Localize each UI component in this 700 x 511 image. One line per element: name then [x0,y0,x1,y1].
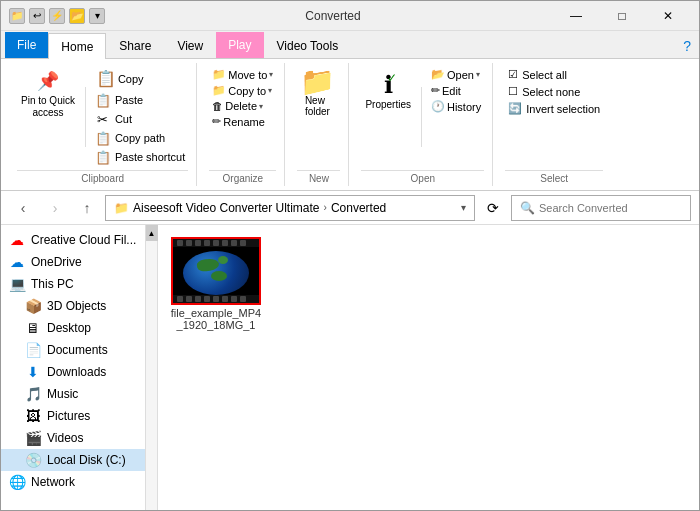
delete-button[interactable]: 🗑 Delete ▾ [209,99,276,113]
edit-icon: ✏ [431,84,440,97]
ribbon: File Home Share View Play Video Tools ? … [1,31,699,191]
tab-view[interactable]: View [164,32,216,58]
select-all-button[interactable]: ☑ Select all [505,67,603,82]
breadcrumb-current: Converted [331,201,386,215]
pin-quick-access-button[interactable]: 📌 Pin to Quickaccess [17,67,79,121]
film-hole [213,240,219,246]
desktop-icon: 🖥 [25,320,41,336]
videos-icon: 🎬 [25,430,41,446]
cut-button[interactable]: ✂ Cut [92,110,188,128]
up-button[interactable]: ↑ [73,194,101,222]
copy-label: Copy [118,73,144,85]
sidebar-item-music[interactable]: 🎵 Music [1,383,145,405]
copy-path-button[interactable]: 📋 Copy path [92,129,188,147]
help-icon[interactable]: ? [679,34,695,58]
paste-shortcut-icon: 📋 [95,149,111,165]
search-input[interactable] [539,202,669,214]
sidebar-item-label: 3D Objects [47,299,106,313]
edit-button[interactable]: ✏ Edit [428,83,484,98]
main-area: ☁ Creative Cloud Fil... ☁ OneDrive 💻 Thi… [1,225,699,511]
sidebar-item-label: Creative Cloud Fil... [31,233,136,247]
tab-home[interactable]: Home [48,33,106,59]
pin-icon: 📌 [36,69,60,93]
copy-button[interactable]: 📋 Copy [92,67,188,90]
film-content [173,239,259,303]
sidebar-item-label: Documents [47,343,108,357]
tab-video-tools[interactable]: Video Tools [264,32,352,58]
invert-selection-button[interactable]: 🔄 Invert selection [505,101,603,116]
close-button[interactable]: ✕ [645,1,691,31]
sidebar-item-label: Network [31,475,75,489]
open-group: ℹ ✓ Properties 📂 Open ▾ ✏ Edit [353,63,493,186]
film-hole [213,296,219,302]
open-icon: 📂 [431,68,445,81]
select-label: Select [505,170,603,184]
film-hole [195,296,201,302]
copy-icon: 📋 [96,69,116,88]
paste-shortcut-button[interactable]: 📋 Paste shortcut [92,148,188,166]
forward-button[interactable]: › [41,194,69,222]
sidebar-item-this-pc[interactable]: 💻 This PC [1,273,145,295]
window-title: Converted [113,9,553,23]
paste-button[interactable]: 📋 Paste [92,91,188,109]
earth-visual [183,251,249,295]
sidebar-item-label: Pictures [47,409,90,423]
quick-access-icon: 📁 [9,8,25,24]
new-folder-button[interactable]: 📁 Newfolder [297,67,337,119]
refresh-button[interactable]: ⟳ [479,194,507,222]
clipboard-label: Clipboard [17,170,188,184]
sidebar-item-onedrive[interactable]: ☁ OneDrive [1,251,145,273]
properties-button[interactable]: ℹ ✓ Properties [361,67,415,114]
window-controls[interactable]: — □ ✕ [553,1,691,31]
sidebar-item-pictures[interactable]: 🖼 Pictures [1,405,145,427]
path-dropdown-arrow[interactable]: ▾ [461,202,466,213]
select-all-label: Select all [522,69,567,81]
sep2 [421,87,422,147]
select-group: ☑ Select all ☐ Select none 🔄 Invert sele… [497,63,611,186]
sidebar-item-creative-cloud[interactable]: ☁ Creative Cloud Fil... [1,229,145,251]
open-label: Open [447,69,474,81]
tab-file[interactable]: File [5,32,48,58]
sidebar-item-desktop[interactable]: 🖥 Desktop [1,317,145,339]
copy-to-icon: 📁 [212,84,226,97]
folder-icon: 📂 [69,8,85,24]
minimize-button[interactable]: — [553,1,599,31]
film-hole [177,296,183,302]
delete-icon: 🗑 [212,100,223,112]
sidebar-item-downloads[interactable]: ⬇ Downloads [1,361,145,383]
sidebar-scrollbar[interactable]: ▲ ▼ [146,225,158,511]
new-folder-label: Newfolder [305,95,330,117]
scroll-up-button[interactable]: ▲ [146,225,158,241]
address-path[interactable]: 📁 Aiseesoft Video Converter Ultimate › C… [105,195,475,221]
clipboard-group: 📌 Pin to Quickaccess 📋 Copy 📋 Paste ✂ [9,63,197,186]
undo-icon: ↩ [29,8,45,24]
open-button[interactable]: 📂 Open ▾ [428,67,484,82]
sidebar-item-videos[interactable]: 🎬 Videos [1,427,145,449]
back-button[interactable]: ‹ [9,194,37,222]
history-button[interactable]: 🕐 History [428,99,484,114]
earth-land-2 [211,271,227,281]
tab-play[interactable]: Play [216,32,263,58]
copy-to-button[interactable]: 📁 Copy to ▾ [209,83,276,98]
paste-label: Paste [115,94,143,106]
sidebar-item-3d-objects[interactable]: 📦 3D Objects [1,295,145,317]
separator [85,87,86,147]
sidebar-item-local-disk[interactable]: 💿 Local Disk (C:) [1,449,145,471]
sidebar-item-network[interactable]: 🌐 Network [1,471,145,493]
file-item[interactable]: file_example_MP4_1920_18MG_1 [166,233,266,335]
select-none-button[interactable]: ☐ Select none [505,84,603,99]
select-none-label: Select none [522,86,580,98]
rename-button[interactable]: ✏ Rename [209,114,276,129]
earth-land-3 [218,256,228,264]
copy-path-icon: 📋 [95,130,111,146]
paste-shortcut-label: Paste shortcut [115,151,185,163]
film-hole [222,240,228,246]
sidebar-item-documents[interactable]: 📄 Documents [1,339,145,361]
move-to-button[interactable]: 📁 Move to ▾ [209,67,276,82]
maximize-button[interactable]: □ [599,1,645,31]
film-hole [231,296,237,302]
breadcrumb-root: Aiseesoft Video Converter Ultimate [133,201,320,215]
tab-share[interactable]: Share [106,32,164,58]
new-group: 📁 Newfolder New [289,63,349,186]
properties-icon: ℹ ✓ [384,71,393,99]
